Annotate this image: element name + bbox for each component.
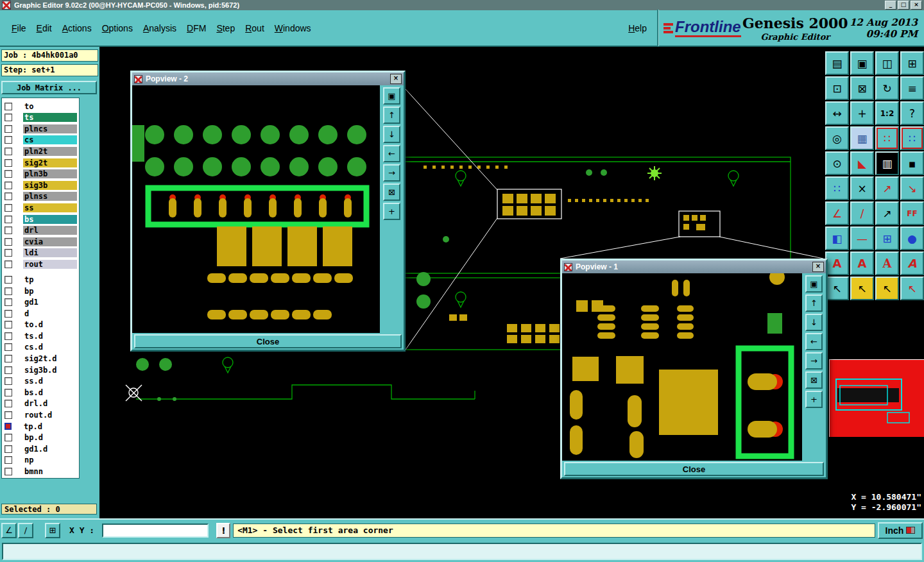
corner-icon[interactable]: ◣ [850,151,874,175]
layer-row-pln3b[interactable]: pln3b [2,169,79,179]
minimize-button[interactable]: _ [885,1,896,10]
layer-name-plnss[interactable]: plnss [23,192,77,201]
layer-checkbox-ldi[interactable] [4,249,12,257]
layer-checkbox-gd1.d[interactable] [4,445,12,453]
layer-row-sig3b.d[interactable]: sig3b.d [2,365,79,375]
layer-name-sig2t.d[interactable]: sig2t.d [23,354,77,363]
layer-checkbox-bs[interactable] [4,216,12,223]
layer-row-gd1.d[interactable]: gd1.d [2,444,79,454]
layer-row-ts.d[interactable]: ts.d [2,331,79,341]
layer-checkbox-drl[interactable] [4,226,12,234]
points-icon[interactable]: ∷ [825,176,849,200]
layer-checkbox-to.d[interactable] [4,321,12,328]
layer-name-bp.d[interactable]: bp.d [23,433,77,442]
ruler-icon[interactable]: ▥ [875,151,899,175]
layer-checkbox-tp[interactable] [4,276,12,284]
move-point-icon[interactable]: ↗ [875,176,899,200]
layer-name-drl.d[interactable]: drl.d [23,399,77,408]
layer-checkbox-ss[interactable] [4,204,12,212]
slope-icon[interactable]: / [850,201,874,225]
popview-2-titlebar[interactable]: Popview - 2 × [132,72,404,85]
layer-name-ts[interactable]: ts [23,113,77,122]
add-frame-icon[interactable]: ⊞ [875,226,899,250]
layer-checkbox-plncs[interactable] [4,125,12,133]
layer-name-rout[interactable]: rout [23,260,77,269]
pan-left-icon[interactable]: ← [805,333,823,350]
menu-help[interactable]: Help [628,23,647,33]
shapes-icon[interactable]: ● [900,226,924,250]
snap-icon[interactable]: ◎ [825,126,849,150]
layer-checkbox-ts.d[interactable] [4,332,12,340]
dash-icon[interactable]: — [850,226,874,250]
layer-name-ldi[interactable]: ldi [23,248,77,257]
pads-blue-icon[interactable]: ∷ [900,126,924,150]
layer-checkbox-bmnn[interactable] [4,468,12,475]
layer-row-drl.d[interactable]: drl.d [2,398,79,409]
snap-line-icon[interactable]: / [18,523,33,538]
layer-checkbox-bp[interactable] [4,287,12,295]
layer-row-ss[interactable]: ss [2,203,79,213]
angle-icon[interactable]: ∠ [825,201,849,225]
text-a-bold-icon[interactable]: A [850,251,874,275]
layer-checkbox-bs.d[interactable] [4,389,12,396]
overview-canvas[interactable] [830,360,924,437]
ff-icon[interactable]: FF [900,201,924,225]
layer-name-rout.d[interactable]: rout.d [23,411,77,420]
layer-row-rout[interactable]: rout [2,259,79,269]
layer-checkbox-rout.d[interactable] [4,411,12,419]
layer-checkbox-bp.d[interactable] [4,434,12,441]
clipboard-icon[interactable]: ▤ [825,51,849,75]
cursor-object-icon[interactable]: ↖ [875,277,899,300]
layer-checkbox-gd1[interactable] [4,298,12,306]
layer-name-bs[interactable]: bs [23,215,77,224]
layer-name-tp.d[interactable]: tp.d [22,422,76,431]
popview-2-close-icon[interactable]: × [390,74,402,84]
layer-row-tp[interactable]: tp [2,275,79,285]
job-matrix-button[interactable]: Job Matrix ... [1,81,97,94]
layer-row-bs.d[interactable]: bs.d [2,387,79,398]
layer-name-bp[interactable]: bp [23,287,77,296]
menu-windows[interactable]: Windows [275,23,311,33]
layer-checkbox-plnss[interactable] [4,192,12,200]
pan-down-icon[interactable]: ↓ [383,126,400,143]
swap-halves-icon[interactable]: ◧ [825,226,849,250]
layer-row-bmnn[interactable]: bmnn [2,466,79,477]
layer-row-d[interactable]: d [2,309,79,319]
layer-row-ldi[interactable]: ldi [2,248,79,258]
xy-input[interactable] [102,524,209,538]
layer-name-pln3b[interactable]: pln3b [23,169,77,178]
text-a-outline-icon[interactable]: A [825,251,849,275]
layer-row-to[interactable]: to [2,101,79,112]
help-icon[interactable]: ? [900,101,924,125]
layer-checkbox-sig3b[interactable] [4,182,12,189]
menu-options[interactable]: Options [102,23,133,33]
layer-checkbox-d[interactable] [4,310,12,318]
zoom-1-2-icon[interactable]: 1:2 [875,101,899,125]
layer-name-to[interactable]: to [23,102,77,111]
pan-down-icon[interactable]: ↓ [805,314,823,331]
layer-row-sig2t[interactable]: sig2t [2,158,79,168]
layer-row-bp[interactable]: bp [2,286,79,296]
popview-2-window[interactable]: Popview - 2 × [130,71,406,352]
popout-icon[interactable]: ▣ [383,87,400,105]
layer-row-cs[interactable]: cs [2,135,79,145]
menu-analysis[interactable]: Analysis [143,23,176,33]
layer-checkbox-pln2t[interactable] [4,148,12,155]
close-button[interactable]: × [911,1,922,10]
center-view-icon[interactable]: + [805,391,823,408]
center-view-icon[interactable]: + [383,203,400,220]
popview-2-close-button[interactable]: Close [134,334,402,348]
popview-1-canvas[interactable] [562,273,802,461]
fit-window-icon[interactable]: ↔ [825,101,849,125]
pan-up-icon[interactable]: ↑ [805,294,823,312]
layer-name-sig3b[interactable]: sig3b [23,181,77,190]
zoom-out-box-icon[interactable]: ⊠ [850,76,874,100]
menu-dfm[interactable]: DFM [187,23,206,33]
layer-row-sig3b[interactable]: sig3b [2,180,79,191]
layer-row-gd1[interactable]: gd1 [2,297,79,307]
layer-name-gd1.d[interactable]: gd1.d [23,445,77,454]
layer-row-bp.d[interactable]: bp.d [2,432,79,443]
text-a-italic-icon[interactable]: A [900,251,924,275]
pads-red-icon[interactable]: ∷ [875,126,899,150]
redraw-icon[interactable]: ↻ [875,76,899,100]
